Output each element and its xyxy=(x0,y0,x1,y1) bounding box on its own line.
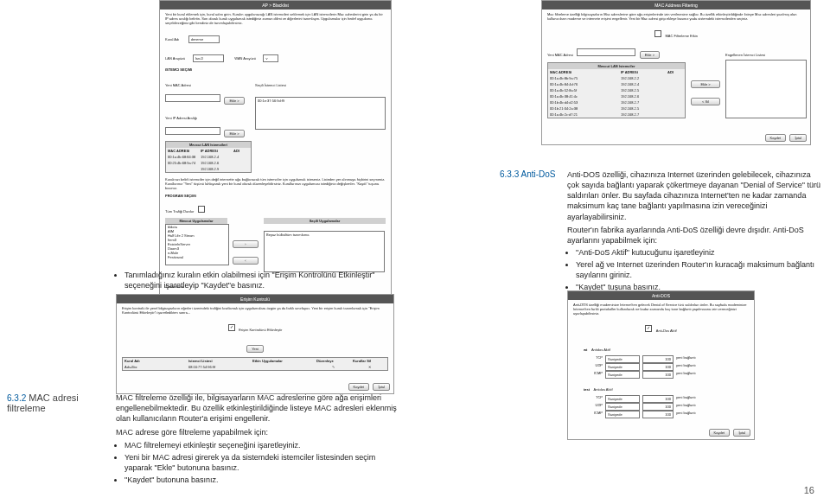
shot1-selected-box[interactable]: 00:1e:37:56:9d:f9 xyxy=(255,97,386,130)
shot1-lan-lbl: LAN Arayüzü xyxy=(165,56,185,61)
shot4-cancel-button[interactable]: İptal xyxy=(733,429,750,437)
sec632-p2: MAC adrese göre filtreleme yapabilmek iç… xyxy=(116,427,401,437)
inp-icmp-period[interactable]: Saniyede xyxy=(605,371,640,379)
col-mac: MAC ADRESİ xyxy=(166,148,199,154)
inp-udp2-val[interactable]: 100 xyxy=(642,403,674,411)
shot2-move-del-button[interactable]: < Sil xyxy=(691,98,720,105)
shot1-wan-sel[interactable]: v xyxy=(263,54,278,62)
shot2-add-button[interactable]: Ekle > xyxy=(640,51,660,59)
c3: Etkin Uygulamalar xyxy=(251,358,315,364)
inp-icmp2-period[interactable]: Saniyede xyxy=(605,411,640,418)
shot2-lan-title: Mevcut LAN İstemciler xyxy=(548,63,685,69)
inp-icmp2-val[interactable]: 100 xyxy=(642,411,674,418)
shot2-blocked-box[interactable] xyxy=(725,60,807,118)
shot2-cancel-button[interactable]: İptal xyxy=(789,134,807,142)
shot1-add-ip-button[interactable]: Ekle > xyxy=(224,130,244,137)
c2: İstemci Listesi xyxy=(187,358,251,364)
cell-clients: 68:16:77:54:96:9f xyxy=(187,364,251,370)
table-row[interactable]: 00:25:4b:68:9a:74192.168.2.6 xyxy=(166,160,251,166)
c4: Düzenleye xyxy=(315,358,351,364)
shot2-hint: Mac filtreleme özelliği bilgisayarların … xyxy=(542,10,810,23)
sec633-num: 6.3.3 xyxy=(500,169,519,179)
table-row[interactable]: Ads-6bc 68:16:77:54:96:9f ✎ ✕ xyxy=(123,364,387,370)
shot2-save-button[interactable]: Kaydet xyxy=(765,134,786,142)
table-row[interactable]: 00:1a:4b:52:8a:5f192.168.2.5 xyxy=(548,87,685,93)
shot1-newip-input[interactable] xyxy=(165,127,220,135)
shot2-blocked-title: Engellenen İstemci Listesi xyxy=(725,53,765,57)
cell-ip: 192.168.2.7 xyxy=(619,99,666,105)
col-name: ADI xyxy=(232,148,251,154)
shot2-enable-chk[interactable] xyxy=(654,30,661,37)
app-item[interactable]: Festivaval xyxy=(168,255,227,259)
shot3-save-button[interactable]: Kaydet xyxy=(348,383,369,391)
inp-udp2-period[interactable]: Saniyede xyxy=(605,403,640,411)
table-row[interactable]: 00:1a:4b:38:41:4c192.168.2.6 xyxy=(548,93,685,99)
box2-sub: Antidos Aktif xyxy=(594,387,613,392)
cell-mac xyxy=(166,166,199,172)
table-row[interactable]: 00:1a:4b:68:84:38192.168.2.4 xyxy=(166,154,251,160)
cell-ip: 192.168.2.2 xyxy=(619,75,666,81)
shot1-lan-sel[interactable]: lan-0 xyxy=(193,54,224,62)
shot1-app-add-button[interactable]: › xyxy=(233,240,259,248)
shot3-new-button[interactable]: Yeni xyxy=(246,345,264,353)
lbl-tcp2: TCP xyxy=(584,395,603,403)
shot3-enable-lbl: Erişim Kontrolünü Etkinleştir xyxy=(239,328,282,332)
shot2-newmac-input[interactable] xyxy=(577,48,635,56)
shot1-newmac-lbl: Yeni MAC Adresi xyxy=(165,83,191,87)
shot1-daily-chk[interactable] xyxy=(198,206,205,213)
cell-mac: 00:1b:4b:d4:d2:53 xyxy=(548,99,619,105)
sec632-b3: "Kaydet" butonuna basınız. xyxy=(124,475,401,485)
shot4-enable-chk[interactable] xyxy=(645,325,652,332)
shot1-wan-lbl: WAN Arayüzü xyxy=(234,56,256,61)
c5: Kurallar Sil xyxy=(351,358,387,364)
shot4-enable-lbl: Anti-Dos Aktif xyxy=(656,329,677,333)
lbl-unit: yeni bağlantı xyxy=(676,363,696,371)
cell-mac: 00:1a:4b:84:4d:76 xyxy=(548,81,619,87)
box2-title: test xyxy=(584,387,590,392)
cell-ip: 192.168.2.9 xyxy=(199,166,232,172)
shot3-cancel-button[interactable]: İptal xyxy=(373,383,390,391)
sec633-b2: Yerel ağ ve Internet üzerinden Router'ın… xyxy=(576,259,823,280)
inp-udp-period[interactable]: Saniyede xyxy=(605,363,640,371)
box1-title: wt xyxy=(584,348,587,352)
lbl-icmp2: ICMP xyxy=(584,411,603,418)
shot1-clients-head: İSTEMCİ SEÇİMİ xyxy=(160,66,391,73)
shot3-title: Erişim Kontrolü xyxy=(117,295,393,303)
shot2-newmac-lbl: Yeni MAC Adresi xyxy=(547,53,573,57)
shot3-enable-chk[interactable] xyxy=(228,324,235,331)
cell-ip: 192.168.2.4 xyxy=(199,154,232,160)
inp-udp-val[interactable]: 100 xyxy=(642,363,674,371)
lbl-tcp: TCP xyxy=(584,355,603,363)
shot2-move-add-button[interactable]: Ekle > xyxy=(691,80,720,88)
cell-ip: 192.168.2.6 xyxy=(619,93,666,99)
lbl-unit: yeni bağlantı xyxy=(676,371,696,379)
table-row[interactable]: 192.168.2.9 xyxy=(166,166,251,172)
table-row[interactable]: 00:1b:21:04:2a:38192.168.2.5 xyxy=(548,105,685,112)
shot1-newmac-input[interactable] xyxy=(165,94,220,102)
table-row[interactable]: 00:1a:4b:84:4d:76192.168.2.4 xyxy=(548,81,685,87)
table-row[interactable]: 00:1a:4b:2c:d7:21192.168.2.7 xyxy=(548,112,685,118)
shot1-title: AP > Blacklist xyxy=(160,1,391,10)
box1-sub: Antidos Aktif xyxy=(591,348,610,352)
shot1-add-mac-button[interactable]: Ekle > xyxy=(224,97,244,105)
shot4-save-button[interactable]: Kaydet xyxy=(709,429,730,437)
selapp-box[interactable]: Beyaz bülbültüm tanımlama xyxy=(264,231,385,272)
cell-mac: 00:1b:21:04:2a:38 xyxy=(548,105,619,112)
inp-icmp-val[interactable]: 100 xyxy=(642,371,674,379)
sec632-p1: MAC filtreleme özelliği ile, bilgisayarl… xyxy=(116,392,401,424)
shot1-app-remove-button[interactable]: ‹ xyxy=(233,257,259,265)
delete-icon[interactable]: ✕ xyxy=(368,365,371,369)
sec633-b1: "Anti-DoS Aktif" kutucuğunu işaretleyini… xyxy=(576,247,823,258)
inp-tcp2-val[interactable]: 100 xyxy=(642,395,674,403)
inp-tcp-period[interactable]: Saniyede xyxy=(605,355,640,363)
table-row[interactable]: 00:1a:4b:8b:9a:75192.168.2.2 xyxy=(548,75,685,81)
shot1-rule-input[interactable]: deneme xyxy=(188,35,220,43)
lbl-unit: yeni bağlantı xyxy=(676,355,696,363)
table-row[interactable]: 00:1b:4b:d4:d2:53192.168.2.7 xyxy=(548,99,685,105)
inp-tcp2-period[interactable]: Saniyede xyxy=(605,395,640,403)
lbl-unit: yeni bağlantı xyxy=(676,411,696,418)
cell-mac: 00:1a:4b:2c:d7:21 xyxy=(548,112,619,118)
shot2-title: MAC Address Filtering xyxy=(542,1,810,10)
edit-icon[interactable]: ✎ xyxy=(332,365,335,369)
inp-tcp-val[interactable]: 100 xyxy=(642,355,674,363)
